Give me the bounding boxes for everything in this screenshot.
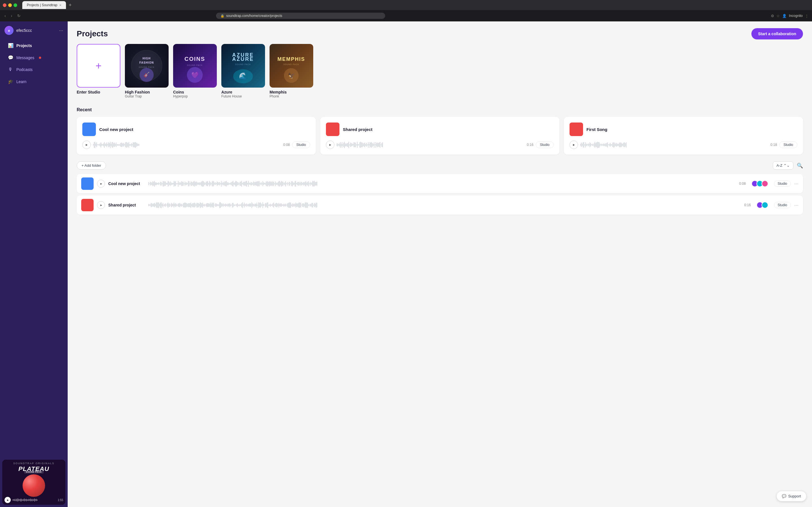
menu-icon[interactable]: ⋮	[805, 14, 809, 18]
sound-pack-memphis[interactable]: MEMPHIS SOUND PACK 🦅 Memphis Phonk	[269, 44, 313, 98]
back-button[interactable]: ‹	[3, 12, 7, 19]
sidebar-item-projects[interactable]: 📊 Projects	[2, 40, 65, 51]
sound-pack-coins[interactable]: COINS SOUND PACK 💜 Coins Hyperpop	[173, 44, 217, 98]
lock-icon: 🔒	[220, 14, 224, 18]
sound-pack-azure[interactable]: AZURE AZURE SOUND PACK 🌊 Azure Future Ho…	[221, 44, 265, 98]
recent-card-shared-project: Shared project 0:16 Studio	[320, 117, 559, 155]
sort-button[interactable]: A-Z ⌃⌄	[773, 161, 794, 170]
svg-text:AZURE: AZURE	[232, 56, 254, 62]
shared-row-waveform	[148, 202, 741, 209]
svg-text:SOUND PACK: SOUND PACK	[235, 63, 251, 65]
browser-chrome: Projects | Soundtrap ✕ +	[0, 0, 812, 10]
shared-row-play-button[interactable]	[97, 201, 105, 209]
support-button[interactable]: 💬 Support	[776, 491, 806, 501]
cool-project-thumb	[82, 122, 96, 136]
originals-waveform: // Generate waveform bars inline const w…	[12, 498, 56, 502]
sound-packs-section: + Enter Studio HIGH FASHION SOUND PACK 🎸	[68, 44, 812, 107]
azure-genre: Future House	[221, 94, 265, 98]
cool-project-studio-button[interactable]: Studio	[292, 142, 310, 148]
sidebar-item-learn[interactable]: 🎓 Learn	[2, 76, 65, 87]
shared-row-studio-button[interactable]: Studio	[774, 202, 791, 208]
fullscreen-traffic-light[interactable]	[13, 3, 17, 7]
cool-new-row-waveform	[148, 180, 736, 187]
shared-avatar-cyan	[762, 202, 768, 209]
sort-label: A-Z	[776, 163, 782, 168]
recent-card-first-song: First Song 0:18 Studio	[564, 117, 803, 155]
coins-thumb: COINS SOUND PACK 💜	[173, 44, 217, 88]
cool-new-row-duration: 0:08	[739, 182, 746, 186]
new-tab-button[interactable]: +	[68, 2, 73, 8]
main-header: Projects Start a collaboration	[68, 21, 812, 44]
shared-project-thumb	[326, 122, 340, 136]
folder-actions: + Add folder A-Z ⌃⌄ 🔍	[77, 161, 803, 170]
svg-text:SOUND PACK: SOUND PACK	[283, 63, 299, 65]
sidebar-item-learn-label: Learn	[16, 79, 27, 84]
originals-play-button[interactable]	[4, 497, 11, 503]
sound-pack-high-fashion[interactable]: HIGH FASHION SOUND PACK 🎸 High Fashion G…	[125, 44, 168, 98]
svg-text:FASHION: FASHION	[139, 61, 154, 64]
recent-card-cool-footer: 0:08 Studio	[82, 140, 310, 149]
shared-project-studio-button[interactable]: Studio	[536, 142, 554, 148]
search-button[interactable]: 🔍	[797, 163, 803, 169]
tab-bar: Projects | Soundtrap ✕ +	[22, 1, 809, 9]
sidebar-item-podcasts-label: Podcasts	[16, 67, 33, 72]
coins-genre: Hyperpop	[173, 94, 217, 98]
high-fashion-name: High Fashion	[125, 90, 168, 94]
sort-chevron-icon: ⌃⌄	[783, 163, 790, 168]
memphis-name: Memphis	[269, 90, 313, 94]
originals-banner[interactable]: SOUNDTRAP ORIGINALS PLATEAU SOUND PACK /…	[2, 460, 65, 505]
close-traffic-light[interactable]	[3, 3, 6, 7]
svg-text:COINS: COINS	[185, 56, 205, 62]
extensions-icon: ⚙	[771, 14, 774, 18]
new-project-label: Enter Studio	[77, 90, 120, 94]
account-icon[interactable]: 👤	[782, 14, 786, 18]
recent-card-shared-header: Shared project	[326, 122, 554, 136]
tab-close-icon[interactable]: ✕	[59, 4, 61, 7]
recent-label: Recent	[77, 107, 803, 112]
url-bar[interactable]: 🔒 soundtrap.com/home/creator/projects	[216, 13, 385, 19]
address-bar-right: ⚙ ☆ 👤 Incognito ⋮	[771, 14, 809, 18]
high-fashion-artwork: HIGH FASHION SOUND PACK 🎸	[125, 44, 168, 88]
recent-card-first-footer: 0:18 Studio	[569, 140, 797, 149]
project-row-shared: Shared project 0:16 Studio ···	[77, 195, 803, 215]
cool-new-row-more-button[interactable]: ···	[794, 181, 799, 187]
shared-project-duration: 0:16	[527, 143, 534, 147]
bookmark-icon[interactable]: ☆	[776, 14, 780, 18]
active-tab[interactable]: Projects | Soundtrap ✕	[22, 1, 66, 9]
recent-card-cool-header: Cool new project	[82, 122, 310, 136]
messages-icon: 💬	[8, 55, 13, 60]
first-song-play-button[interactable]	[569, 140, 578, 149]
recent-card-first-header: First Song	[569, 122, 797, 136]
first-song-studio-button[interactable]: Studio	[779, 142, 797, 148]
forward-button[interactable]: ›	[10, 12, 13, 19]
cool-new-row-studio-button[interactable]: Studio	[774, 180, 791, 187]
sidebar-item-projects-label: Projects	[16, 43, 32, 48]
cool-project-waveform	[93, 142, 281, 148]
tab-title: Projects | Soundtrap	[27, 3, 57, 7]
shared-row-avatars	[756, 202, 768, 209]
avatar: e	[4, 26, 13, 35]
sidebar-item-messages[interactable]: 💬 Messages	[2, 52, 65, 63]
cool-new-row-play-button[interactable]	[97, 180, 105, 187]
shared-project-play-button[interactable]	[326, 140, 335, 149]
add-folder-button[interactable]: + Add folder	[77, 161, 106, 170]
first-song-duration: 0:18	[770, 143, 777, 147]
start-collaboration-button[interactable]: Start a collaboration	[751, 28, 803, 40]
shared-row-more-button[interactable]: ···	[794, 202, 799, 208]
azure-thumb: AZURE AZURE SOUND PACK 🌊	[221, 44, 265, 88]
new-project-card[interactable]: + Enter Studio	[77, 44, 120, 98]
reload-button[interactable]: ↻	[16, 12, 22, 19]
sidebar-item-messages-label: Messages	[16, 55, 35, 60]
more-options-button[interactable]: ···	[59, 27, 63, 34]
project-list: Cool new project 0:08 Studio ··· Share	[77, 174, 803, 217]
svg-text:🌊: 🌊	[239, 72, 247, 80]
minimize-traffic-light[interactable]	[8, 3, 12, 7]
page-title: Projects	[77, 29, 108, 38]
projects-icon: 📊	[8, 43, 13, 48]
cool-project-play-button[interactable]	[82, 140, 91, 149]
memphis-thumb: MEMPHIS SOUND PACK 🦅	[269, 44, 313, 88]
sidebar-item-podcasts[interactable]: 🎙 Podcasts	[2, 64, 65, 75]
recent-card-shared-footer: 0:16 Studio	[326, 140, 554, 149]
sidebar-nav: 📊 Projects 💬 Messages 🎙 Podcasts 🎓 Learn	[0, 37, 68, 457]
svg-text:SOUND PACK: SOUND PACK	[139, 66, 154, 68]
